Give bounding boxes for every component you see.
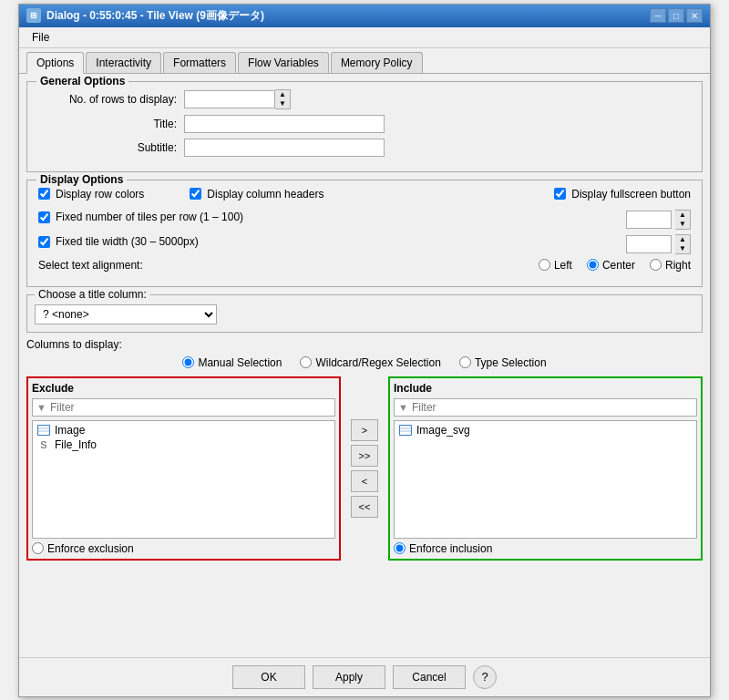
subtitle-label: Subtitle: bbox=[38, 141, 184, 154]
rows-input[interactable]: 100,000 bbox=[184, 90, 275, 108]
row-colors-label: Display row colors bbox=[56, 188, 144, 201]
rows-up-btn[interactable]: ▲ bbox=[275, 90, 290, 99]
row-colors-check: Display row colors bbox=[38, 188, 144, 201]
manual-selection-radio[interactable] bbox=[182, 356, 194, 368]
exclude-filter-input[interactable] bbox=[50, 401, 331, 414]
minimize-button[interactable]: ─ bbox=[650, 8, 666, 23]
move-right-btn[interactable]: > bbox=[351, 419, 378, 441]
exclude-filter-icon: ▼ bbox=[36, 402, 46, 413]
close-button[interactable]: ✕ bbox=[686, 8, 703, 23]
exclude-item-image[interactable]: Image bbox=[35, 423, 333, 438]
general-options-group: General Options No. of rows to display: … bbox=[26, 81, 703, 172]
title-column-select[interactable]: ? <none> bbox=[35, 304, 217, 324]
fixed-width-checkbox[interactable] bbox=[38, 236, 50, 248]
fixed-tiles-input[interactable]: 3 bbox=[626, 211, 672, 229]
fixed-width-input[interactable]: 180 bbox=[626, 235, 672, 253]
subtitle-row: Subtitle: 青い髪をした女性です bbox=[38, 139, 691, 157]
help-button[interactable]: ? bbox=[473, 665, 497, 689]
enforce-exclusion-row: Enforce exclusion bbox=[32, 542, 335, 555]
alignment-radio-group: Left Center Right bbox=[539, 259, 691, 272]
fullscreen-checkbox[interactable] bbox=[554, 188, 566, 200]
include-box: Include ▼ Image_svg bbox=[388, 376, 703, 561]
fixed-tiles-spinner-btns: ▲ ▼ bbox=[675, 210, 691, 230]
rows-down-btn[interactable]: ▼ bbox=[275, 99, 290, 108]
restore-button[interactable]: □ bbox=[668, 8, 684, 23]
align-right-text: Right bbox=[665, 259, 691, 272]
wildcard-selection-label[interactable]: Wildcard/Regex Selection bbox=[300, 356, 440, 369]
display-options-title: Display Options bbox=[36, 173, 127, 186]
move-all-left-btn[interactable]: << bbox=[351, 496, 378, 518]
fixed-width-up-btn[interactable]: ▲ bbox=[675, 235, 690, 244]
enforce-inclusion-radio[interactable] bbox=[394, 542, 406, 554]
alignment-row: Select text alignment: Left Center Ri bbox=[38, 259, 691, 272]
arrow-buttons: > >> < << bbox=[348, 376, 381, 561]
menu-bar: File bbox=[19, 27, 710, 48]
align-right-radio[interactable] bbox=[650, 259, 662, 271]
align-right-label[interactable]: Right bbox=[650, 259, 691, 272]
display-options-grid: Display row colors Display column header… bbox=[38, 188, 691, 277]
exclude-list: Image S File_Info bbox=[32, 420, 335, 539]
display-row-1: Display row colors Display column header… bbox=[38, 188, 691, 205]
ok-button[interactable]: OK bbox=[232, 665, 305, 689]
type-selection-radio[interactable] bbox=[459, 356, 471, 368]
tab-bar: Options Interactivity Formatters Flow Va… bbox=[19, 48, 710, 74]
align-left-text: Left bbox=[554, 259, 572, 272]
align-center-radio[interactable] bbox=[587, 259, 599, 271]
title-input[interactable]: マージ・シンプソンの写真を全て選んでく bbox=[184, 115, 385, 133]
title-column-box: Choose a title column: ? <none> bbox=[26, 294, 703, 333]
subtitle-input[interactable]: 青い髪をした女性です bbox=[184, 139, 385, 157]
enforce-exclusion-radio[interactable] bbox=[32, 542, 44, 554]
tab-interactivity[interactable]: Interactivity bbox=[86, 52, 161, 73]
display-options-group: Display Options Display row colors Displ… bbox=[26, 180, 703, 287]
fixed-width-label: Fixed tile width (30 – 5000px) bbox=[56, 235, 199, 248]
fixed-tiles-up-btn[interactable]: ▲ bbox=[675, 211, 690, 220]
apply-button[interactable]: Apply bbox=[313, 665, 385, 689]
rows-label: No. of rows to display: bbox=[38, 93, 184, 106]
svg-rect-5 bbox=[400, 426, 411, 435]
align-left-label[interactable]: Left bbox=[539, 259, 572, 272]
fixed-width-down-btn[interactable]: ▼ bbox=[675, 244, 690, 253]
exclude-item-image-label: Image bbox=[55, 424, 85, 437]
columns-section: Columns to display: Manual Selection Wil… bbox=[26, 338, 703, 561]
fixed-tiles-checkbox[interactable] bbox=[38, 211, 50, 223]
include-item-imagesvg[interactable]: Image_svg bbox=[396, 423, 694, 438]
tab-flow-variables[interactable]: Flow Variables bbox=[238, 52, 329, 73]
selection-type-row: Manual Selection Wildcard/Regex Selectio… bbox=[26, 356, 703, 369]
svg-rect-1 bbox=[38, 426, 49, 435]
wildcard-selection-radio[interactable] bbox=[300, 356, 312, 368]
exclude-item-fileinfo[interactable]: S File_Info bbox=[35, 438, 333, 452]
include-filter-icon: ▼ bbox=[398, 402, 408, 413]
content-area: General Options No. of rows to display: … bbox=[19, 74, 710, 657]
fixed-tiles-check: Fixed number of tiles per row (1 – 100) bbox=[38, 211, 243, 223]
cancel-button[interactable]: Cancel bbox=[393, 665, 466, 689]
col-headers-checkbox[interactable] bbox=[190, 188, 201, 200]
image-icon bbox=[36, 424, 51, 437]
align-center-text: Center bbox=[602, 259, 635, 272]
enforce-inclusion-label: Enforce inclusion bbox=[409, 542, 492, 555]
fileinfo-icon: S bbox=[36, 438, 51, 451]
fullscreen-check: Display fullscreen button bbox=[554, 188, 691, 201]
move-left-btn[interactable]: < bbox=[351, 470, 378, 492]
exclude-title: Exclude bbox=[32, 382, 335, 395]
rows-spinner: 100,000 ▲ ▼ bbox=[184, 89, 291, 109]
move-all-right-btn[interactable]: >> bbox=[351, 445, 378, 467]
fixed-tiles-spinner: 3 ▲ ▼ bbox=[626, 210, 691, 230]
tab-memory-policy[interactable]: Memory Policy bbox=[331, 52, 423, 73]
main-window: ⊞ Dialog - 0:55:0:45 - Tile View (9画像データ… bbox=[18, 4, 711, 697]
wildcard-selection-text: Wildcard/Regex Selection bbox=[315, 356, 440, 369]
type-selection-label[interactable]: Type Selection bbox=[459, 356, 547, 369]
align-left-radio[interactable] bbox=[539, 259, 550, 271]
fixed-tiles-down-btn[interactable]: ▼ bbox=[675, 220, 690, 229]
align-center-label[interactable]: Center bbox=[587, 259, 635, 272]
fixed-width-spinner: 180 ▲ ▼ bbox=[626, 234, 691, 254]
title-bar: ⊞ Dialog - 0:55:0:45 - Tile View (9画像データ… bbox=[19, 5, 710, 27]
include-title: Include bbox=[394, 382, 697, 395]
include-filter-input[interactable] bbox=[412, 401, 693, 414]
row-colors-checkbox[interactable] bbox=[38, 188, 50, 200]
file-menu[interactable]: File bbox=[26, 29, 55, 46]
tab-options[interactable]: Options bbox=[26, 52, 84, 74]
include-item-imagesvg-label: Image_svg bbox=[416, 424, 470, 437]
tab-formatters[interactable]: Formatters bbox=[163, 52, 236, 73]
manual-selection-label[interactable]: Manual Selection bbox=[182, 356, 282, 369]
bottom-bar: OK Apply Cancel ? bbox=[19, 657, 710, 696]
